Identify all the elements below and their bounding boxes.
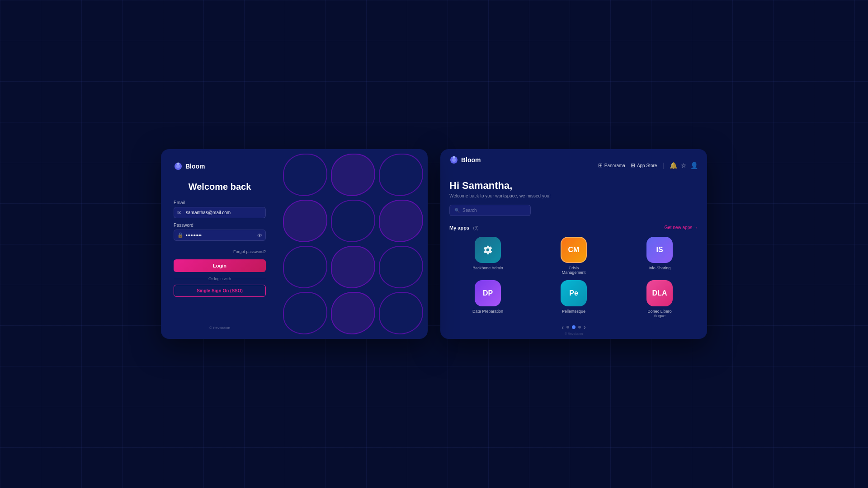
blob-3 — [379, 154, 423, 196]
forgot-password-wrapper: Forgot password? — [174, 247, 266, 255]
login-logo: Bloom — [174, 162, 266, 171]
app-icon-info: IS — [646, 237, 673, 263]
app-name-info: Info Sharing — [649, 266, 671, 270]
app-name-donec: Donec Libero Augue — [644, 309, 675, 318]
dash-logo-text: Bloom — [461, 156, 481, 164]
password-input[interactable] — [174, 230, 266, 241]
panorama-icon: ⊞ — [598, 162, 603, 169]
blob-6 — [379, 200, 423, 242]
app-name-crisis: Crisis Management — [558, 266, 590, 275]
app-store-icon: ⊞ — [631, 162, 635, 169]
notification-bell-icon[interactable]: 🔔 — [670, 162, 677, 169]
app-name-data-prep: Data Preparation — [472, 309, 503, 314]
apps-title: My apps — [449, 225, 469, 230]
svg-point-1 — [176, 164, 180, 168]
blob-2 — [331, 154, 375, 196]
blob-10 — [283, 292, 327, 334]
dashboard-screen: Bloom ⊞ Panorama ⊞ App Store | 🔔 ☆ 👤 — [440, 149, 707, 339]
login-panel: Bloom Welcome back Email ✉ Password 🔒 👁 — [161, 149, 278, 339]
greeting-title: Hi Samantha, — [449, 180, 698, 192]
app-item-backbone[interactable]: Backbone Admin — [449, 237, 526, 275]
app-icon-crisis: CM — [561, 237, 587, 263]
dashboard-footer: © Revolution — [440, 332, 707, 339]
app-item-pellentesque[interactable]: Pe Pellentesque — [535, 280, 612, 318]
search-placeholder: Search — [462, 208, 477, 213]
app-icon-pellentesque: Pe — [561, 280, 587, 306]
get-new-apps-link[interactable]: Get new apps → — [665, 225, 698, 230]
blob-1 — [283, 154, 327, 196]
login-footer: © Revolution — [174, 326, 266, 330]
blob-5 — [331, 200, 375, 242]
nav-app-store[interactable]: ⊞ App Store — [631, 162, 657, 169]
app-item-donec[interactable]: DLA Donec Libero Augue — [621, 280, 698, 318]
nav-icons-group: 🔔 ☆ 👤 — [670, 162, 698, 169]
search-icon: 🔍 — [454, 208, 460, 213]
app-name-pellentesque: Pellentesque — [562, 309, 585, 314]
email-group: Email ✉ — [174, 200, 266, 218]
carousel-next-button[interactable]: › — [584, 324, 586, 331]
blobs-container — [278, 149, 428, 339]
login-screen: Bloom Welcome back Email ✉ Password 🔒 👁 — [161, 149, 428, 339]
svg-point-5 — [453, 156, 455, 159]
lock-icon: 🔒 — [177, 232, 184, 238]
eye-toggle-icon[interactable]: 👁 — [257, 233, 262, 238]
login-logo-text: Bloom — [185, 163, 205, 170]
app-icon-data-prep: DP — [475, 280, 501, 306]
nav-panorama[interactable]: ⊞ Panorama — [598, 162, 625, 169]
email-input[interactable] — [174, 207, 266, 218]
password-input-wrapper: 🔒 👁 — [174, 230, 266, 241]
svg-point-4 — [452, 158, 456, 162]
email-input-wrapper: ✉ — [174, 207, 266, 218]
carousel-dot-1 — [566, 326, 569, 328]
email-label: Email — [174, 200, 266, 205]
nav-divider: | — [662, 162, 664, 169]
search-bar[interactable]: 🔍 Search — [449, 205, 531, 216]
app-name-backbone: Backbone Admin — [472, 266, 503, 270]
carousel-dots: ‹ › — [449, 324, 698, 331]
app-store-label: App Store — [637, 163, 657, 168]
app-icon-backbone — [475, 237, 501, 263]
dashboard-header: Bloom ⊞ Panorama ⊞ App Store | 🔔 ☆ 👤 — [440, 149, 707, 180]
greeting-subtitle: Welcome back to your workspace, we misse… — [449, 193, 698, 198]
apps-grid: Backbone Admin CM Crisis Management IS I… — [449, 237, 698, 318]
app-icon-donec: DLA — [646, 280, 673, 306]
dash-nav-right: ⊞ Panorama ⊞ App Store | 🔔 ☆ 👤 — [598, 162, 698, 169]
password-group: Password 🔒 👁 — [174, 223, 266, 241]
blob-11 — [331, 292, 375, 334]
apps-header: My apps (9) Get new apps → — [449, 223, 698, 231]
screens-container: Bloom Welcome back Email ✉ Password 🔒 👁 — [161, 149, 707, 339]
blob-8 — [331, 246, 375, 288]
email-icon: ✉ — [177, 210, 181, 216]
app-item-crisis[interactable]: CM Crisis Management — [535, 237, 612, 275]
bloom-logo-icon — [174, 162, 183, 171]
blob-4 — [283, 200, 327, 242]
dash-bloom-logo-icon — [449, 155, 458, 164]
login-decorative-panel — [278, 149, 428, 339]
app-item-data-prep[interactable]: DP Data Preparation — [449, 280, 526, 318]
apps-title-group: My apps (9) — [449, 223, 479, 231]
carousel-dot-3 — [578, 326, 581, 328]
or-divider: Or login with — [174, 277, 266, 281]
blob-9 — [379, 246, 423, 288]
blob-12 — [379, 292, 423, 334]
dash-logo: Bloom — [449, 155, 481, 164]
login-button[interactable]: Login — [174, 259, 266, 272]
carousel-prev-button[interactable]: ‹ — [561, 324, 564, 331]
user-icon[interactable]: 👤 — [690, 162, 698, 169]
forgot-password-link[interactable]: Forgot password? — [233, 249, 266, 254]
app-item-info[interactable]: IS Info Sharing — [621, 237, 698, 275]
carousel-dot-2 — [572, 325, 576, 329]
dashboard-main: Hi Samantha, Welcome back to your worksp… — [440, 180, 707, 332]
svg-point-2 — [177, 163, 179, 165]
panorama-label: Panorama — [604, 163, 625, 168]
sso-button[interactable]: Single Sign On (SSO) — [174, 285, 266, 297]
login-title: Welcome back — [174, 182, 266, 192]
star-icon[interactable]: ☆ — [681, 162, 687, 169]
password-label: Password — [174, 223, 266, 228]
blob-7 — [283, 246, 327, 288]
apps-count: (9) — [473, 225, 478, 230]
gear-icon — [483, 245, 493, 255]
